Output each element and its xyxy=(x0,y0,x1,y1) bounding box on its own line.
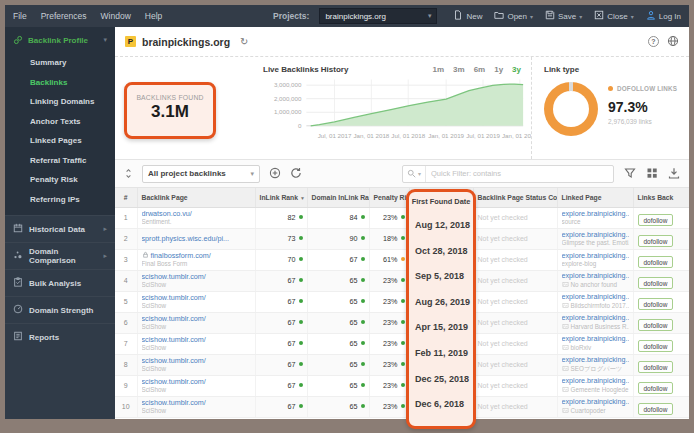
range-button-3y[interactable]: 3y xyxy=(512,65,521,74)
sidebar-item-referral-traffic[interactable]: Referral Traffic xyxy=(5,151,115,171)
table-row[interactable]: 6scishow.tumblr.com/SciShow676523%Not ye… xyxy=(115,312,689,333)
column-header-backlink-page-status-code[interactable]: Backlink Page Status Code xyxy=(473,188,557,207)
log-in-button[interactable]: Log In xyxy=(646,10,681,22)
linked-page-link[interactable]: explore.brainpicking... xyxy=(562,251,629,261)
range-button-1m[interactable]: 1m xyxy=(433,65,445,74)
open-button[interactable]: Open▾ xyxy=(494,10,533,22)
sidebar-item-backlinks[interactable]: Backlinks xyxy=(5,73,115,93)
linked-page-link[interactable]: explore.brainpicking... xyxy=(562,209,629,219)
linked-page-link[interactable]: explore.brainpicking... xyxy=(562,376,629,386)
backlinks-scope-select[interactable]: All project backlinks ▾ xyxy=(142,165,260,183)
sidebar-item-linked-pages[interactable]: Linked Pages xyxy=(5,131,115,151)
backlink-page-link[interactable]: scishow.tumblr.com/ xyxy=(142,272,251,282)
linked-page-link[interactable]: explore.brainpicking... xyxy=(562,292,629,302)
sidebar-item-domain-strength[interactable]: Domain Strength xyxy=(5,296,115,323)
backlink-page-link[interactable]: drwatson.co.vu/ xyxy=(142,209,251,219)
range-button-6m[interactable]: 6m xyxy=(474,65,486,74)
backlink-page-link[interactable]: scishow.tumblr.com/ xyxy=(142,335,251,345)
range-button-3m[interactable]: 3m xyxy=(453,65,465,74)
sidebar-item-backlink-profile[interactable]: Backlink Profile▾ xyxy=(5,27,115,53)
sidebar-item-reports[interactable]: Reports xyxy=(5,323,115,350)
filter-icon[interactable] xyxy=(624,165,636,183)
project-select[interactable]: brainpickings.org ▾ xyxy=(319,8,437,24)
linked-page-link[interactable]: explore.brainpicking... xyxy=(562,355,629,365)
column-header-backlink-page[interactable]: Backlink Page xyxy=(137,188,255,207)
save-button[interactable]: Save▾ xyxy=(545,10,582,22)
callout-date: Aug 12, 2018 xyxy=(415,213,473,239)
menu-list: FilePreferencesWindowHelp xyxy=(13,11,162,21)
column-header-inlink-rank[interactable]: InLink Rank ▼ xyxy=(255,188,307,207)
backlink-page-link[interactable]: scishow.tumblr.com/ xyxy=(142,356,251,366)
close-button[interactable]: Close▾ xyxy=(594,10,633,22)
chevron-down-icon: ▾ xyxy=(631,13,634,20)
links-back-cell: dofollow xyxy=(633,291,689,312)
sidebar-item-domain-comparison[interactable]: Domain Comparison▸ xyxy=(5,242,115,269)
backlink-page-link[interactable]: finalbossform.com/ xyxy=(142,251,251,261)
status-code-cell: Not yet checked xyxy=(473,291,557,312)
dots-icon xyxy=(13,250,23,262)
dofollow-badge: dofollow xyxy=(638,235,674,247)
sidebar-item-referring-ips[interactable]: Referring IPs xyxy=(5,190,115,210)
linked-page-url: explore.brainpicking... xyxy=(562,355,629,365)
collapse-expand-icon[interactable] xyxy=(124,165,133,183)
menu-preferences[interactable]: Preferences xyxy=(41,11,87,21)
column-header-domain-inlink-rank[interactable]: Domain InLink Rank xyxy=(307,188,369,207)
backlink-page-link[interactable]: scishow.tumblr.com/ xyxy=(142,293,251,303)
table-row[interactable]: 5scishow.tumblr.com/SciShow676523%Not ye… xyxy=(115,291,689,312)
linked-page-link[interactable]: explore.brainpicking... xyxy=(562,334,629,344)
range-button-1y[interactable]: 1y xyxy=(494,65,503,74)
sidebar-item-penalty-risk[interactable]: Penalty Risk xyxy=(5,170,115,190)
status-code-cell: Not yet checked xyxy=(473,312,557,333)
linked-page-link[interactable]: explore.brainpicking... xyxy=(562,230,629,240)
table-row[interactable]: 3finalbossform.com/Final Boss Form706761… xyxy=(115,249,689,270)
sidebar-item-historical-data[interactable]: Historical Data▸ xyxy=(5,215,115,242)
column-header-linked-page[interactable]: Linked Page xyxy=(557,188,633,207)
download-icon[interactable] xyxy=(668,165,680,183)
status-dot-icon xyxy=(299,341,303,345)
table-row[interactable]: 10scishow.tumblr.com/SciShow676523%Not y… xyxy=(115,396,689,417)
domain-inlink-rank-cell: 65 xyxy=(307,291,369,312)
backlink-page-title: SciShow xyxy=(142,386,251,395)
sidebar-item-summary[interactable]: Summary xyxy=(5,53,115,73)
linked-page-cell: explore.brainpicking...Gemeente Hooglede xyxy=(557,375,633,396)
column-header-#[interactable]: # xyxy=(115,188,137,207)
table-row[interactable]: 8scishow.tumblr.com/SciShow676523%Not ye… xyxy=(115,354,689,375)
table-row[interactable]: 1drwatson.co.vu/Sentiment.828423%Not yet… xyxy=(115,207,689,228)
backlink-page-link[interactable]: scishow.tumblr.com/ xyxy=(142,398,251,408)
menu-help[interactable]: Help xyxy=(145,11,162,21)
column-header-penalty-risk[interactable]: Penalty Risk xyxy=(369,188,409,207)
status-dot-icon xyxy=(299,362,303,366)
linked-page-link[interactable]: explore.brainpicking... xyxy=(562,313,629,323)
menu-window[interactable]: Window xyxy=(101,11,131,21)
linked-page-link[interactable]: explore.brainpicking... xyxy=(562,271,629,281)
refresh-icon[interactable]: ↻ xyxy=(240,36,248,47)
new-button[interactable]: New xyxy=(453,10,482,22)
sidebar-item-bulk-analysis[interactable]: Bulk Analysis xyxy=(5,269,115,296)
search-mode-dropdown[interactable]: ▾ xyxy=(403,166,426,182)
sidebar-item-linking-domains[interactable]: Linking Domains xyxy=(5,92,115,112)
menu-file[interactable]: File xyxy=(13,11,27,21)
status-dot-icon xyxy=(361,215,365,219)
backlink-page-link[interactable]: scishow.tumblr.com/ xyxy=(142,314,251,324)
table-row[interactable]: 9scishow.tumblr.com/SciShow676523%Not ye… xyxy=(115,375,689,396)
status-dot-icon xyxy=(361,236,365,240)
status-dot-icon xyxy=(299,320,303,324)
linked-page-url: explore.brainpicking... xyxy=(562,376,629,386)
table-row[interactable]: 2sprott.physics.wisc.edu/pi...739018%Not… xyxy=(115,228,689,249)
backlink-page-link[interactable]: sprott.physics.wisc.edu/pi... xyxy=(142,234,251,244)
globe-icon[interactable] xyxy=(667,33,679,51)
table-row[interactable]: 4scishow.tumblr.com/SciShow676523%Not ye… xyxy=(115,270,689,291)
add-backlinks-button[interactable] xyxy=(269,165,281,183)
chevron-down-icon: ▾ xyxy=(103,36,107,44)
sidebar-item-anchor-texts[interactable]: Anchor Texts xyxy=(5,112,115,132)
column-header-links-back[interactable]: Links Back xyxy=(633,188,689,207)
linked-page-link[interactable]: explore.brainpicking... xyxy=(562,397,629,407)
refresh-table-button[interactable] xyxy=(290,165,302,183)
backlink-page-link[interactable]: scishow.tumblr.com/ xyxy=(142,377,251,387)
table-row[interactable]: 7scishow.tumblr.com/SciShow676523%Not ye… xyxy=(115,333,689,354)
inlink-rank-cell: 67 xyxy=(255,375,307,396)
help-icon[interactable]: ? xyxy=(648,36,659,47)
status-dot-icon xyxy=(299,257,303,261)
quick-filter-input[interactable] xyxy=(426,169,613,178)
columns-grid-icon[interactable] xyxy=(646,165,658,183)
